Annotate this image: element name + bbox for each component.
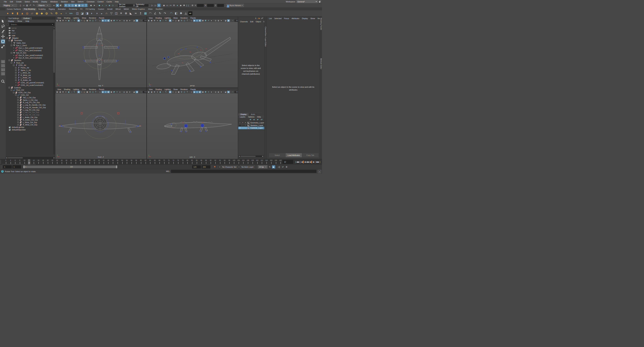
shelf-tab-mash[interactable]: MASH	[122, 8, 130, 10]
outliner-item-Eye_R_Geo_pointConstraint1[interactable]: Eye_R_Geo_pointConstraint1	[6, 54, 55, 57]
gate-mask-icon[interactable]: ▣	[86, 91, 88, 93]
speed-manipulator-icon[interactable]	[258, 17, 260, 20]
outliner-menu-help[interactable]: Help	[24, 20, 31, 22]
layer-playback-toggle[interactable]	[242, 127, 244, 129]
outliner-item-Spine_1_Jnt[interactable]: +Spine_1_Jnt	[6, 69, 55, 72]
combine-icon[interactable]: ◫	[75, 11, 80, 16]
outliner-item-R_Wrist_Jnt[interactable]: +R_Wrist_Jnt	[6, 74, 55, 76]
go-to-start-button[interactable]: ❘◀◀	[295, 161, 299, 163]
use-default-material-icon[interactable]: ◐	[104, 19, 107, 22]
safe-action-icon[interactable]: ◫	[92, 19, 94, 22]
range-start-handle[interactable]	[23, 165, 25, 168]
safe-title-icon[interactable]: T	[186, 91, 189, 93]
xray-joints-icon[interactable]: ◍	[217, 19, 220, 22]
gate-mask-icon[interactable]: ▣	[178, 19, 180, 22]
outliner-item-Eye_R_Geo_aimConstraint1[interactable]: Eye_R_Geo_aimConstraint1	[6, 57, 55, 59]
shadows-icon[interactable]: ●	[210, 19, 213, 22]
textured-icon[interactable]: ◩	[204, 19, 207, 22]
outliner-item-defaultLightSet[interactable]: defaultLightSet	[6, 126, 55, 129]
isolate-select-icon[interactable]: ➤	[128, 91, 131, 93]
attribute-editor-menu-display[interactable]: Display	[300, 17, 309, 19]
poly-cube-icon[interactable]: ■	[10, 11, 15, 16]
update-view-icon[interactable]: ↺	[281, 165, 284, 168]
attribute-editor-menu-show[interactable]: Show	[309, 17, 316, 19]
outliner-item-Alligator[interactable]: −Alligator	[6, 37, 55, 39]
field-chart-icon[interactable]: ⊞	[89, 91, 92, 93]
workspace-select[interactable]: General*	[296, 0, 318, 3]
outliner-item-R_Wrist_Ctrl_Grp[interactable]: +R_Wrist_Ctrl_Grp	[6, 124, 55, 126]
wireframe-on-shaded-icon[interactable]: ▦	[110, 91, 113, 93]
exposure-icon[interactable]: ◔	[231, 19, 234, 22]
symmetry-plane-icon[interactable]: ⊞	[191, 4, 194, 7]
smooth-shade-icon[interactable]: ◆	[102, 91, 104, 93]
exposure-field[interactable]: 0.00	[234, 91, 238, 93]
time-slider[interactable]: 2468101214161820222426283032343638404244…	[2, 159, 282, 164]
exposure-icon[interactable]: ◔	[140, 91, 142, 93]
menu-deform[interactable]: Deform	[76, 1, 85, 3]
camera-attributes-icon[interactable]: ⚙	[153, 91, 156, 93]
history-toggle-icon[interactable]: ◇	[111, 4, 114, 7]
smooth-shade-icon[interactable]: ◆	[193, 19, 196, 22]
lock-camera-icon[interactable]: ◉	[59, 91, 62, 93]
scroll-left-icon[interactable]: ◀	[6, 157, 7, 159]
channel-box-menu-object[interactable]: Object	[254, 21, 262, 23]
film-gate-icon[interactable]: ▭	[172, 91, 174, 93]
copy-tab-button[interactable]: Copy Tab	[302, 153, 318, 157]
animation-start-field[interactable]: 1	[3, 165, 12, 168]
live-surface-field[interactable]: No Live Surface	[118, 4, 133, 7]
bookmark-icon[interactable]: ▾	[64, 91, 67, 93]
safe-title-icon[interactable]: T	[94, 91, 97, 93]
collapse-icon[interactable]: −	[8, 40, 10, 41]
user-account-select[interactable]: Bryce Hansen	[226, 4, 244, 7]
scale-tool[interactable]	[1, 44, 5, 49]
outliner-item-COG_Jnt[interactable]: −COG_Jnt	[6, 64, 55, 66]
script-editor-icon[interactable]: {;}	[318, 170, 321, 173]
isolate-select-icon[interactable]: ➤	[220, 91, 223, 93]
workspace-lock-icon[interactable]	[319, 1, 320, 2]
xray-icon[interactable]: ◎	[123, 91, 126, 93]
isolate-select-icon[interactable]: ➤	[220, 19, 223, 22]
chevron-down-icon[interactable]	[238, 167, 240, 168]
flat-shade-icon[interactable]: ◧	[107, 91, 110, 93]
select-camera-icon[interactable]: ◧	[148, 19, 150, 22]
select-tool[interactable]	[1, 19, 5, 23]
collapse-icon[interactable]: −	[11, 44, 12, 46]
attribute-editor-menu-list[interactable]: List	[268, 17, 273, 19]
menu-modify[interactable]: Modify	[31, 1, 40, 3]
safe-action-icon[interactable]: ◫	[183, 91, 186, 93]
grid-icon[interactable]: ▦	[169, 19, 172, 22]
image-plane-icon[interactable]: ▣	[68, 19, 70, 22]
menu-skin[interactable]: Skin	[70, 1, 76, 3]
bookmark-icon[interactable]: ▾	[64, 19, 67, 22]
expand-icon[interactable]: +	[17, 117, 19, 118]
outliner-item-L_Hip_FK_Ctrl_Grp[interactable]: +L_Hip_FK_Ctrl_Grp	[6, 111, 55, 114]
collapse-icon[interactable]: −	[13, 92, 14, 93]
helix-icon[interactable]: ∿	[49, 11, 54, 16]
collapse-icon[interactable]: −	[15, 94, 16, 96]
outliner-item-R_Hip_FK_Ctrl_Grp[interactable]: +R_Hip_FK_Ctrl_Grp	[6, 114, 55, 116]
layer-menu-options[interactable]: Options	[247, 116, 256, 118]
expand-icon[interactable]: +	[17, 104, 19, 106]
move-tool[interactable]	[1, 34, 5, 38]
outliner-item-Gator_Geo[interactable]: Gator_Geo	[6, 42, 55, 44]
image-plane-icon[interactable]: ▣	[68, 91, 70, 93]
plugin-shading-icon[interactable]: ◪	[224, 91, 227, 93]
bookmark-icon[interactable]: ▾	[156, 91, 159, 93]
attribute-editor-menu-focus[interactable]: Focus	[283, 17, 290, 19]
layer-color-swatch[interactable]	[248, 127, 250, 129]
drag-handle[interactable]	[1, 4, 2, 7]
resolution-gate-icon[interactable]: ◻	[174, 91, 177, 93]
wireframe-on-shaded-icon[interactable]: ▦	[110, 19, 113, 22]
layer-visibility-toggle[interactable]: V	[239, 122, 241, 124]
shelf-tab-animation[interactable]: Animation	[56, 8, 67, 10]
outliner-item-L_Leg_PV_Ctrl_Grp[interactable]: +L_Leg_PV_Ctrl_Grp	[6, 109, 55, 111]
drag-handle[interactable]	[0, 160, 2, 164]
exposure-field[interactable]: 0.00	[143, 19, 146, 22]
use-all-lights-icon[interactable]: ☀	[207, 19, 210, 22]
two-d-pan-zoom-icon[interactable]: ⇔	[70, 19, 73, 22]
pause-viewport-icon[interactable]: ❘❘	[186, 4, 189, 7]
shelf-tab-fx[interactable]: FX	[79, 8, 84, 10]
zoom-tool[interactable]	[1, 79, 5, 83]
outliner-item-defaultObjectSet[interactable]: defaultObjectSet	[6, 129, 55, 131]
expand-icon[interactable]: +	[15, 79, 16, 81]
